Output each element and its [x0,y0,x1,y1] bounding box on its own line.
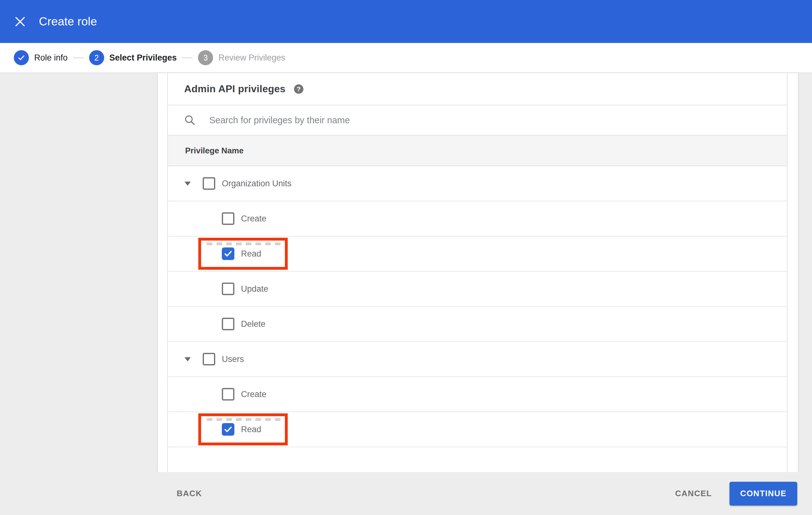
table-row-users-read: Read [168,412,787,447]
collapse-arrow-icon[interactable] [184,182,191,186]
collapse-arrow-icon[interactable] [184,357,191,361]
row-label: Delete [241,319,265,329]
privileges-table: Admin API privileges ? Privilege Name Or… [167,73,787,472]
table-row-ou-create: Create [168,201,787,237]
table-row-organization-units: Organization Units [168,166,787,201]
row-label: Read [241,249,261,259]
dialog-title: Create role [39,15,97,28]
privileges-card: Admin API privileges ? Privilege Name Or… [158,73,798,472]
close-icon[interactable] [15,16,25,27]
checkbox-ou-read[interactable] [222,247,234,260]
step-number-badge: 2 [89,50,104,65]
row-label: Create [241,390,266,399]
continue-button[interactable]: CONTINUE [729,482,797,506]
step-connector [182,57,193,58]
checkbox-ou-delete[interactable] [222,318,234,330]
cancel-button[interactable]: CANCEL [675,489,712,498]
step-number-badge: 3 [198,50,213,65]
step-label: Role info [34,53,68,63]
checkbox-users-create[interactable] [222,388,234,400]
back-button[interactable]: BACK [177,489,202,498]
stepper: Role info 2 Select Privileges 3 Review P… [0,43,812,73]
table-row-users: Users [168,342,787,377]
step-review-privileges[interactable]: 3 Review Privileges [198,50,285,65]
table-header-row: Privilege Name [168,135,787,166]
checkbox-ou-create[interactable] [222,212,234,225]
checkbox-users-read[interactable] [222,423,234,436]
row-label: Create [241,214,266,223]
search-row [168,105,787,135]
table-row-users-create: Create [168,377,787,412]
step-complete-check-icon [14,50,29,65]
panel-title: Admin API privileges [184,83,286,95]
search-input[interactable] [209,115,680,125]
table-row-ou-update: Update [168,272,787,307]
step-label: Review Privileges [219,53,285,63]
panel-title-row: Admin API privileges ? [168,73,787,105]
step-connector [73,57,84,58]
table-row-ou-read: Read [168,237,787,272]
checkbox-ou-update[interactable] [222,282,234,295]
step-select-privileges[interactable]: 2 Select Privileges [89,50,177,65]
step-label: Select Privileges [110,53,177,63]
row-label: Read [241,425,261,434]
row-label: Organization Units [222,179,291,188]
row-label: Users [222,355,244,364]
partial-row [168,447,787,472]
table-row-ou-delete: Delete [168,307,787,342]
checkbox-organization-units[interactable] [203,177,215,190]
step-role-info[interactable]: Role info [14,50,68,65]
column-header-privilege-name: Privilege Name [185,146,243,156]
app-bar: Create role [0,0,812,43]
checkbox-users[interactable] [203,353,215,365]
footer-bar: BACK CANCEL CONTINUE [0,472,812,515]
help-icon[interactable]: ? [294,84,303,94]
row-label: Update [241,284,268,294]
search-icon [184,115,196,126]
